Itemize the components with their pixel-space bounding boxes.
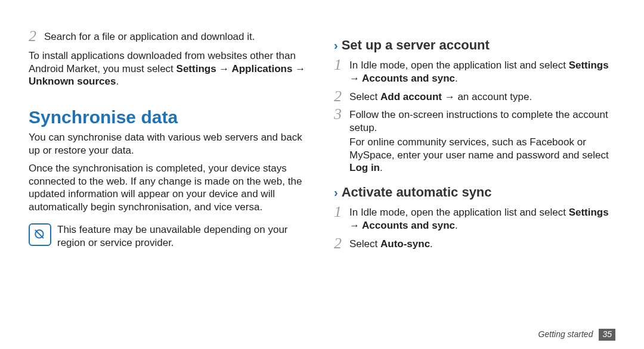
text-b: → an account type. [442,91,532,102]
right-column: › Set up a server account 1 In Idle mode… [334,29,615,349]
step-body: In Idle mode, open the application list … [349,57,615,86]
note-icon-glyph: ⦰ [35,228,45,242]
step-body: Select Auto-sync. [349,236,615,252]
step-number: 2 [29,29,44,44]
step-number: 1 [334,204,349,220]
text-b: . [455,73,458,84]
text-p2a: For online community services, such as F… [349,136,609,161]
sync-paragraph-1: You can synchronise data with various we… [29,131,310,157]
autosync-step-2: 2 Select Auto-sync. [334,236,615,252]
page-footer: Getting started 35 [538,329,615,341]
step-number: 3 [334,107,349,122]
note-block: ⦰ This feature may be unavailable depend… [29,222,310,250]
text-bold: Add account [380,91,442,102]
left-step-2: 2 Search for a file or application and d… [29,29,310,45]
text-a: Select [349,91,380,102]
install-text-b: . [116,76,119,87]
section-heading-synchronise: Synchronise data [29,106,310,129]
text-a: In Idle mode, open the application list … [349,207,569,218]
text-a: In Idle mode, open the application list … [349,60,569,71]
note-text: This feature may be unavailable dependin… [57,222,310,250]
chevron-right-icon: › [334,186,338,198]
subheading-setup-server-text: Set up a server account [342,37,490,54]
step-body: In Idle mode, open the application list … [349,204,615,233]
text-p2b: . [380,162,383,173]
step-body: Select Add account → an account type. [349,89,615,105]
setup-step-2: 2 Select Add account → an account type. [334,89,615,105]
left-column: 2 Search for a file or application and d… [29,29,310,349]
step-body: Search for a file or application and dow… [44,29,310,45]
subheading-setup-server: › Set up a server account [334,37,615,54]
text-bold: Auto-sync [380,238,430,250]
page: 2 Search for a file or application and d… [0,0,644,349]
autosync-step-1: 1 In Idle mode, open the application lis… [334,204,615,233]
setup-step-3: 3 Follow the on-screen instructions to c… [334,107,615,176]
footer-page-number: 35 [599,329,615,341]
subheading-activate-autosync: › Activate automatic sync [334,184,615,201]
step-number: 1 [334,57,349,73]
step-text: Search for a file or application and dow… [44,30,310,43]
footer-section-name: Getting started [538,329,593,340]
sync-paragraph-2: Once the synchronisation is completed, y… [29,162,310,214]
text-p2bold: Log in [349,162,380,173]
text-a: Select [349,238,380,250]
text-b: . [430,238,433,250]
step-body: Follow the on-screen instructions to com… [349,107,615,176]
text-b: . [455,220,458,231]
subheading-activate-autosync-text: Activate automatic sync [342,184,492,201]
setup-step-1: 1 In Idle mode, open the application lis… [334,57,615,86]
text-a: Follow the on-screen instructions to com… [349,108,615,135]
install-paragraph: To install applications downloaded from … [29,49,310,88]
step-number: 2 [334,89,349,104]
step-number: 2 [334,236,349,251]
chevron-right-icon: › [334,39,338,51]
note-icon: ⦰ [29,223,51,246]
